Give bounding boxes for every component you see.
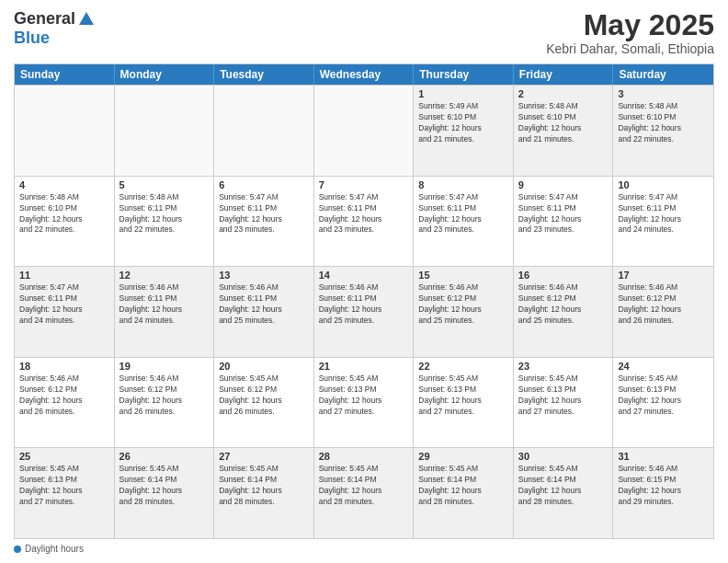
calendar-cell: 1Sunrise: 5:49 AM Sunset: 6:10 PM Daylig… (414, 86, 514, 176)
calendar-row-5: 25Sunrise: 5:45 AM Sunset: 6:13 PM Dayli… (15, 447, 713, 538)
calendar-cell: 31Sunrise: 5:46 AM Sunset: 6:15 PM Dayli… (613, 448, 713, 538)
day-info: Sunrise: 5:45 AM Sunset: 6:14 PM Dayligh… (219, 464, 309, 508)
day-number: 7 (319, 179, 409, 190)
calendar-cell: 15Sunrise: 5:46 AM Sunset: 6:12 PM Dayli… (414, 267, 514, 357)
day-info: Sunrise: 5:46 AM Sunset: 6:12 PM Dayligh… (618, 282, 709, 327)
calendar-cell: 12Sunrise: 5:46 AM Sunset: 6:11 PM Dayli… (115, 267, 215, 357)
calendar-cell: 17Sunrise: 5:46 AM Sunset: 6:12 PM Dayli… (613, 267, 713, 357)
calendar-cell (15, 86, 115, 176)
day-number: 21 (319, 361, 409, 372)
calendar-header-row: SundayMondayTuesdayWednesdayThursdayFrid… (15, 64, 713, 85)
day-number: 13 (219, 270, 309, 281)
day-number: 30 (518, 451, 609, 462)
day-number: 8 (418, 179, 508, 190)
day-info: Sunrise: 5:45 AM Sunset: 6:13 PM Dayligh… (618, 373, 709, 418)
calendar-cell: 30Sunrise: 5:45 AM Sunset: 6:14 PM Dayli… (514, 448, 614, 538)
calendar-cell: 19Sunrise: 5:46 AM Sunset: 6:12 PM Dayli… (115, 358, 215, 448)
day-number: 28 (319, 451, 409, 462)
day-info: Sunrise: 5:47 AM Sunset: 6:11 PM Dayligh… (418, 192, 508, 236)
day-number: 31 (618, 451, 709, 462)
day-info: Sunrise: 5:49 AM Sunset: 6:10 PM Dayligh… (418, 101, 508, 145)
day-number: 16 (518, 270, 609, 281)
logo: General Blue (14, 9, 96, 48)
calendar-row-2: 4Sunrise: 5:48 AM Sunset: 6:10 PM Daylig… (15, 176, 713, 267)
day-number: 11 (19, 270, 109, 281)
day-number: 2 (518, 88, 609, 99)
day-number: 17 (618, 270, 709, 281)
calendar: SundayMondayTuesdayWednesdayThursdayFrid… (14, 63, 714, 539)
calendar-row-4: 18Sunrise: 5:46 AM Sunset: 6:12 PM Dayli… (15, 357, 713, 448)
calendar-cell: 24Sunrise: 5:45 AM Sunset: 6:13 PM Dayli… (613, 358, 713, 448)
calendar-cell: 18Sunrise: 5:46 AM Sunset: 6:12 PM Dayli… (15, 358, 115, 448)
title-block: May 2025 Kebri Dahar, Somali, Ethiopia (546, 9, 714, 56)
header-cell-monday: Monday (115, 64, 215, 85)
day-info: Sunrise: 5:46 AM Sunset: 6:15 PM Dayligh… (618, 464, 709, 508)
calendar-cell (115, 86, 215, 176)
footer-label: Daylight hours (25, 544, 84, 554)
day-number: 10 (618, 179, 709, 190)
day-number: 3 (618, 88, 709, 99)
day-number: 24 (618, 361, 709, 372)
calendar-cell: 14Sunrise: 5:46 AM Sunset: 6:11 PM Dayli… (314, 267, 415, 357)
calendar-cell: 7Sunrise: 5:47 AM Sunset: 6:11 PM Daylig… (314, 177, 415, 267)
day-number: 9 (518, 179, 609, 190)
calendar-cell (214, 86, 314, 176)
day-number: 5 (119, 179, 210, 190)
svg-marker-0 (79, 12, 94, 25)
day-info: Sunrise: 5:48 AM Sunset: 6:10 PM Dayligh… (19, 192, 109, 236)
header: General Blue May 2025 Kebri Dahar, Somal… (14, 9, 714, 56)
calendar-body: 1Sunrise: 5:49 AM Sunset: 6:10 PM Daylig… (15, 85, 713, 538)
logo-general: General (14, 9, 75, 29)
day-info: Sunrise: 5:47 AM Sunset: 6:11 PM Dayligh… (618, 192, 709, 236)
day-number: 6 (219, 179, 309, 190)
day-info: Sunrise: 5:45 AM Sunset: 6:14 PM Dayligh… (319, 464, 409, 508)
day-info: Sunrise: 5:48 AM Sunset: 6:10 PM Dayligh… (618, 101, 709, 145)
day-info: Sunrise: 5:47 AM Sunset: 6:11 PM Dayligh… (219, 192, 309, 236)
calendar-cell: 9Sunrise: 5:47 AM Sunset: 6:11 PM Daylig… (514, 177, 614, 267)
month-title: May 2025 (546, 9, 714, 41)
calendar-cell: 13Sunrise: 5:46 AM Sunset: 6:11 PM Dayli… (214, 267, 314, 357)
calendar-cell: 20Sunrise: 5:45 AM Sunset: 6:12 PM Dayli… (214, 358, 314, 448)
day-info: Sunrise: 5:45 AM Sunset: 6:14 PM Dayligh… (418, 464, 508, 508)
logo-blue: Blue (14, 29, 50, 48)
calendar-cell: 2Sunrise: 5:48 AM Sunset: 6:10 PM Daylig… (514, 86, 614, 176)
day-info: Sunrise: 5:46 AM Sunset: 6:11 PM Dayligh… (319, 282, 409, 327)
calendar-cell: 16Sunrise: 5:46 AM Sunset: 6:12 PM Dayli… (514, 267, 614, 357)
day-info: Sunrise: 5:46 AM Sunset: 6:12 PM Dayligh… (119, 373, 210, 418)
calendar-cell: 3Sunrise: 5:48 AM Sunset: 6:10 PM Daylig… (613, 86, 713, 176)
day-number: 20 (219, 361, 309, 372)
day-number: 26 (119, 451, 210, 462)
day-number: 25 (19, 451, 109, 462)
day-info: Sunrise: 5:45 AM Sunset: 6:13 PM Dayligh… (518, 373, 609, 418)
calendar-cell: 11Sunrise: 5:47 AM Sunset: 6:11 PM Dayli… (15, 267, 115, 357)
day-info: Sunrise: 5:46 AM Sunset: 6:12 PM Dayligh… (518, 282, 609, 327)
day-number: 18 (19, 361, 109, 372)
day-number: 19 (119, 361, 210, 372)
calendar-cell: 29Sunrise: 5:45 AM Sunset: 6:14 PM Dayli… (414, 448, 514, 538)
calendar-cell: 26Sunrise: 5:45 AM Sunset: 6:14 PM Dayli… (115, 448, 215, 538)
subtitle: Kebri Dahar, Somali, Ethiopia (546, 41, 714, 56)
calendar-cell: 25Sunrise: 5:45 AM Sunset: 6:13 PM Dayli… (15, 448, 115, 538)
day-info: Sunrise: 5:45 AM Sunset: 6:14 PM Dayligh… (518, 464, 609, 508)
header-cell-sunday: Sunday (15, 64, 115, 85)
calendar-row-1: 1Sunrise: 5:49 AM Sunset: 6:10 PM Daylig… (15, 85, 713, 176)
calendar-cell: 10Sunrise: 5:47 AM Sunset: 6:11 PM Dayli… (613, 177, 713, 267)
page: General Blue May 2025 Kebri Dahar, Somal… (0, 0, 728, 563)
logo-icon (77, 10, 96, 29)
calendar-cell: 6Sunrise: 5:47 AM Sunset: 6:11 PM Daylig… (214, 177, 314, 267)
day-info: Sunrise: 5:46 AM Sunset: 6:12 PM Dayligh… (418, 282, 508, 327)
day-info: Sunrise: 5:45 AM Sunset: 6:13 PM Dayligh… (319, 373, 409, 418)
day-number: 22 (418, 361, 508, 372)
day-number: 1 (418, 88, 508, 99)
day-info: Sunrise: 5:46 AM Sunset: 6:11 PM Dayligh… (219, 282, 309, 327)
header-cell-tuesday: Tuesday (214, 64, 314, 85)
day-info: Sunrise: 5:45 AM Sunset: 6:13 PM Dayligh… (418, 373, 508, 418)
header-cell-thursday: Thursday (414, 64, 514, 85)
day-info: Sunrise: 5:45 AM Sunset: 6:12 PM Dayligh… (219, 373, 309, 418)
calendar-cell: 28Sunrise: 5:45 AM Sunset: 6:14 PM Dayli… (314, 448, 415, 538)
day-number: 4 (19, 179, 109, 190)
calendar-cell: 22Sunrise: 5:45 AM Sunset: 6:13 PM Dayli… (414, 358, 514, 448)
calendar-cell: 4Sunrise: 5:48 AM Sunset: 6:10 PM Daylig… (15, 177, 115, 267)
day-number: 12 (119, 270, 210, 281)
footer-dot (14, 546, 21, 553)
